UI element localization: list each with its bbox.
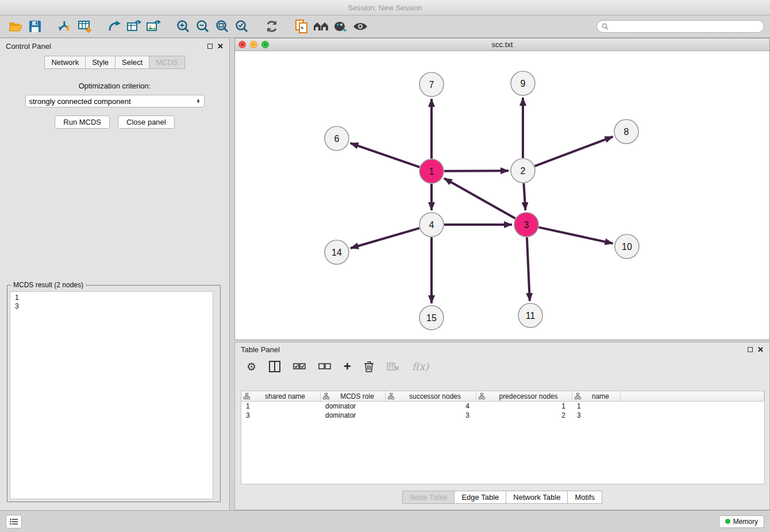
memory-button[interactable]: Memory [719, 515, 764, 528]
close-panel-button[interactable]: Close panel [118, 115, 175, 129]
cell-r1-c0[interactable]: 3 [241, 411, 321, 420]
edge-3-1[interactable] [444, 178, 515, 218]
column-header-name[interactable]: name [572, 391, 621, 402]
select-all-icon[interactable] [293, 359, 306, 374]
deselect-all-icon[interactable] [318, 359, 331, 374]
column-header-successor-nodes[interactable]: successor nodes [386, 391, 476, 402]
node-label-9: 9 [521, 79, 526, 88]
node-table: shared nameMCDS rolesuccessor nodesprede… [241, 391, 765, 484]
edge-1-2[interactable] [444, 171, 509, 171]
copy-view-icon[interactable] [292, 17, 311, 36]
function-builder-icon[interactable]: f(x) [412, 359, 429, 374]
control-panel-title: Control Panel [6, 42, 51, 51]
tab-network-table[interactable]: Network Table [506, 491, 567, 504]
refresh-icon[interactable] [262, 17, 282, 36]
tab-edge-table[interactable]: Edge Table [454, 491, 506, 504]
save-session-icon[interactable] [25, 17, 45, 36]
task-history-button[interactable] [6, 515, 22, 529]
search-icon [602, 23, 609, 30]
tab-motifs[interactable]: Motifs [567, 491, 602, 504]
optimization-criterion-dropdown[interactable]: strongly connected component ▲▼ [25, 95, 205, 107]
network-window-titlebar[interactable]: scc.txt ✕ − + [235, 38, 769, 51]
edge-4-14[interactable] [351, 228, 419, 248]
table-tabs: Node Table Edge Table Network Table Moti… [235, 491, 769, 504]
title-bar: Session: New Session [0, 0, 770, 16]
control-panel: Control Panel ✕ Network Style Select MCD… [0, 38, 230, 510]
control-panel-tabs: Network Style Select MCDS [0, 56, 229, 69]
tab-style[interactable]: Style [85, 56, 115, 69]
style-brush-icon[interactable] [331, 17, 351, 36]
table-panel: Table Panel ✕ ⚙ + [234, 342, 770, 510]
node-label-4: 4 [429, 220, 434, 230]
cell-r0-c0[interactable]: 1 [241, 402, 321, 411]
delete-column-icon[interactable] [387, 359, 399, 374]
network-canvas[interactable]: 7968124314101511 [235, 51, 769, 340]
edge-2-8[interactable] [535, 137, 613, 166]
list-icon [10, 518, 18, 525]
node-label-2: 2 [521, 166, 526, 176]
chevron-updown-icon: ▲▼ [197, 99, 201, 103]
cell-r0-c1[interactable]: dominator [321, 402, 386, 411]
edge-2-3[interactable] [523, 183, 525, 210]
cell-r1-c4[interactable]: 3 [572, 411, 621, 420]
eye-icon[interactable] [351, 17, 370, 36]
cell-r1-c1[interactable]: dominator [321, 411, 386, 420]
zoom-selected-icon[interactable] [232, 17, 252, 36]
run-mcds-button[interactable]: Run MCDS [55, 115, 110, 129]
close-table-panel-icon[interactable]: ✕ [757, 346, 764, 353]
tab-mcds[interactable]: MCDS [149, 56, 184, 69]
float-table-panel-icon[interactable] [748, 347, 753, 352]
zoom-fit-icon[interactable] [213, 17, 232, 36]
optimization-criterion-label: Optimization criterion: [0, 82, 229, 90]
zoom-out-icon[interactable] [193, 17, 213, 36]
node-label-6: 6 [334, 134, 340, 144]
home-icon[interactable] [311, 17, 331, 36]
cell-r0-c5[interactable] [621, 402, 764, 411]
close-panel-icon[interactable]: ✕ [217, 43, 224, 50]
tab-select[interactable]: Select [115, 56, 149, 69]
result-line: 1 [15, 294, 208, 302]
zoom-in-icon[interactable] [174, 17, 193, 36]
cell-r1-c5[interactable] [621, 411, 764, 420]
memory-status-icon [725, 519, 730, 524]
column-header-mcds-role[interactable]: MCDS role [321, 391, 386, 402]
node-label-8: 8 [624, 127, 629, 137]
cell-r0-c4[interactable]: 1 [572, 402, 621, 411]
network-view-window: scc.txt ✕ − + 7968124314101511 [234, 38, 770, 340]
network-window-title: scc.txt [235, 40, 769, 49]
delete-row-icon[interactable] [364, 359, 374, 374]
load-network-icon[interactable] [105, 17, 124, 36]
float-panel-icon[interactable] [207, 44, 213, 49]
search-input[interactable] [611, 22, 759, 30]
table-body: 1dominator4113dominator323 [241, 402, 764, 420]
mcds-result-list[interactable]: 1 3 [10, 291, 213, 499]
table-header-row: shared nameMCDS rolesuccessor nodesprede… [241, 391, 764, 402]
search-field[interactable] [596, 20, 764, 33]
import-table-icon[interactable] [75, 17, 94, 36]
edge-1-6[interactable] [351, 143, 420, 167]
result-line: 3 [15, 302, 208, 311]
edge-3-11[interactable] [527, 237, 530, 301]
cell-r0-c2[interactable]: 4 [386, 402, 476, 411]
sort-icon [323, 393, 329, 399]
column-header-shared-name[interactable]: shared name [241, 391, 321, 402]
add-column-icon[interactable]: + [344, 359, 351, 374]
app-window: Session: New Session [0, 0, 770, 532]
export-image-icon[interactable] [144, 17, 163, 36]
cell-r1-c3[interactable]: 2 [476, 411, 572, 420]
tab-network[interactable]: Network [44, 56, 85, 69]
cell-r1-c2[interactable]: 3 [386, 411, 476, 420]
status-bar: Memory [0, 510, 770, 532]
import-network-icon[interactable] [55, 17, 75, 36]
sort-icon [479, 393, 485, 399]
export-table-icon[interactable] [124, 17, 144, 36]
cell-r0-c3[interactable]: 1 [476, 402, 572, 411]
table-settings-icon[interactable]: ⚙ [247, 359, 256, 374]
edge-3-10[interactable] [538, 228, 613, 244]
node-label-10: 10 [622, 242, 632, 252]
open-session-icon[interactable] [6, 17, 25, 36]
show-columns-icon[interactable] [269, 359, 280, 374]
column-header-predecessor-nodes[interactable]: predecessor nodes [476, 391, 572, 402]
tab-node-table[interactable]: Node Table [402, 491, 455, 504]
node-label-1: 1 [429, 167, 434, 176]
